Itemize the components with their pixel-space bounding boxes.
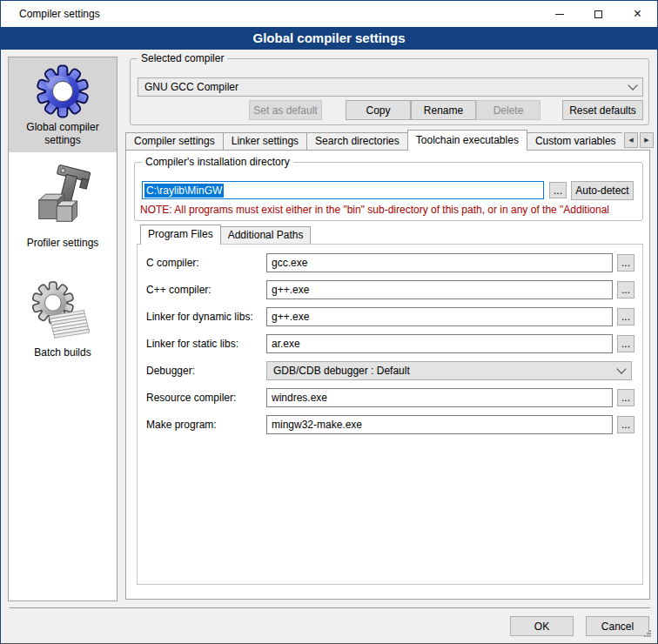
- tab-search-directories[interactable]: Search directories: [306, 132, 408, 151]
- resource-compiler-browse-button[interactable]: ...: [617, 389, 634, 406]
- linker-static-label: Linker for static libs:: [146, 338, 238, 350]
- c-compiler-browse-button[interactable]: ...: [617, 254, 634, 272]
- cpp-compiler-browse-button[interactable]: ...: [617, 281, 634, 299]
- debugger-row: Debugger: GDB/CDB debugger : Default: [138, 361, 642, 380]
- maximize-icon: [594, 10, 602, 18]
- resize-grip[interactable]: [644, 630, 646, 632]
- arrow-left-icon: ◀: [628, 137, 633, 144]
- tab-toolchain-executables[interactable]: Toolchain executables: [407, 130, 527, 151]
- settings-tab-strip: Compiler settings Linker settings Search…: [125, 130, 622, 151]
- subtab-program-files[interactable]: Program Files: [140, 225, 221, 245]
- linker-static-row: Linker for static libs: ...: [138, 334, 642, 353]
- selected-compiler-group-label: Selected compiler: [138, 52, 227, 64]
- tab-scroll-left-button[interactable]: ◀: [624, 132, 638, 148]
- minimize-button[interactable]: [540, 1, 579, 27]
- linker-dynamic-input[interactable]: [266, 307, 613, 326]
- c-compiler-label: C compiler:: [146, 257, 199, 269]
- compiler-settings-dialog: Compiler settings × Global compiler sett…: [0, 0, 658, 644]
- tab-custom-variables[interactable]: Custom variables: [527, 132, 622, 151]
- auto-detect-button[interactable]: Auto-detect: [571, 181, 634, 200]
- sidebar-item-batch-builds[interactable]: Batch builds: [9, 272, 117, 365]
- minimize-icon: [555, 14, 564, 15]
- make-program-label: Make program:: [146, 419, 217, 431]
- profiler-caliper-icon: [29, 163, 97, 234]
- cpp-compiler-input[interactable]: [266, 280, 613, 299]
- resource-compiler-row: Resource compiler: ...: [138, 388, 642, 407]
- rename-button[interactable]: Rename: [411, 100, 476, 120]
- sidebar-item-label: Profiler settings: [27, 237, 99, 250]
- resource-compiler-label: Resource compiler:: [146, 392, 236, 404]
- window-controls: ×: [540, 1, 657, 27]
- make-program-row: Make program: ...: [138, 415, 642, 434]
- blue-gear-icon: [36, 64, 90, 118]
- cpp-compiler-label: C++ compiler:: [146, 284, 212, 296]
- linker-static-input[interactable]: [266, 334, 613, 353]
- cpp-compiler-row: C++ compiler: ...: [138, 280, 642, 299]
- c-compiler-input[interactable]: [266, 253, 613, 272]
- debugger-select-value: GDB/CDB debugger : Default: [273, 365, 410, 377]
- page-title: Global compiler settings: [1, 27, 657, 50]
- compiler-select-value: GNU GCC Compiler: [144, 81, 238, 93]
- set-as-default-button: Set as default: [249, 100, 322, 120]
- tab-scroll-right-button[interactable]: ▶: [640, 132, 654, 148]
- sidebar-item-label: Batch builds: [34, 346, 91, 359]
- installation-directory-selected-text: C:\raylib\MinGW: [144, 184, 224, 198]
- installation-directory-group-label: Compiler's installation directory: [142, 156, 293, 168]
- delete-button: Delete: [476, 100, 540, 120]
- linker-dynamic-row: Linker for dynamic libs: ...: [138, 307, 642, 326]
- close-button[interactable]: ×: [618, 1, 657, 27]
- tab-linker-settings[interactable]: Linker settings: [223, 132, 307, 151]
- ok-button[interactable]: OK: [510, 616, 574, 636]
- sidebar-item-global-compiler-settings[interactable]: Global compiler settings: [9, 57, 117, 152]
- reset-defaults-button[interactable]: Reset defaults: [562, 100, 643, 120]
- debugger-select[interactable]: GDB/CDB debugger : Default: [266, 361, 632, 380]
- bin-subdirectory-note: NOTE: All programs must exist either in …: [140, 204, 640, 216]
- sidebar-item-label: Global compiler settings: [12, 121, 113, 147]
- linker-dynamic-label: Linker for dynamic libs:: [146, 311, 253, 323]
- selected-compiler-group: Selected compiler GNU GCC Compiler Set a…: [130, 58, 649, 125]
- settings-category-sidebar: Global compiler settings: [8, 57, 118, 601]
- installation-directory-input[interactable]: C:\raylib\MinGW: [142, 181, 544, 199]
- make-program-input[interactable]: [266, 415, 613, 434]
- tab-scroll-buttons: ◀ ▶: [624, 132, 654, 148]
- footer-separator: [10, 607, 650, 608]
- linker-dynamic-browse-button[interactable]: ...: [617, 308, 634, 325]
- window-title: Compiler settings: [19, 8, 100, 20]
- make-program-browse-button[interactable]: ...: [617, 416, 634, 433]
- resource-compiler-input[interactable]: [266, 388, 613, 407]
- tab-compiler-settings[interactable]: Compiler settings: [125, 132, 224, 151]
- title-bar: Compiler settings ×: [1, 1, 657, 27]
- chevron-down-icon: [628, 80, 637, 90]
- compiler-select[interactable]: GNU GCC Compiler: [138, 77, 643, 97]
- program-files-panel: C compiler: ... C++ compiler: ... Linker…: [137, 244, 643, 585]
- linker-static-browse-button[interactable]: ...: [617, 335, 634, 352]
- toolchain-executables-page: Compiler's installation directory C:\ray…: [125, 150, 650, 600]
- installation-directory-browse-button[interactable]: ...: [549, 182, 567, 198]
- cancel-button[interactable]: Cancel: [586, 616, 649, 636]
- chevron-down-icon: [616, 364, 626, 373]
- arrow-right-icon: ▶: [644, 137, 648, 144]
- subtab-additional-paths[interactable]: Additional Paths: [220, 226, 312, 245]
- installation-directory-group: Compiler's installation directory C:\ray…: [134, 162, 643, 221]
- copy-button[interactable]: Copy: [346, 100, 411, 120]
- debugger-label: Debugger:: [146, 365, 195, 377]
- close-icon: ×: [634, 7, 641, 21]
- maximize-button[interactable]: [579, 1, 618, 27]
- sidebar-item-profiler-settings[interactable]: Profiler settings: [9, 156, 117, 255]
- c-compiler-row: C compiler: ...: [138, 253, 642, 272]
- batch-builds-icon: [30, 279, 96, 344]
- program-files-tab-strip: Program Files Additional Paths: [140, 225, 311, 245]
